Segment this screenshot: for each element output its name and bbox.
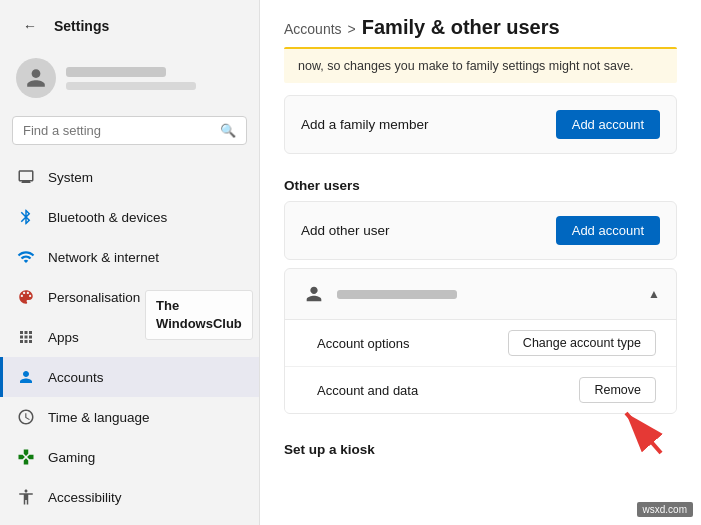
sidebar-item-label-accessibility: Accessibility: [48, 490, 122, 505]
search-box[interactable]: 🔍: [12, 116, 247, 145]
other-users-section: Other users Add other user Add account ▲: [260, 174, 701, 434]
sidebar-item-label-time: Time & language: [48, 410, 150, 425]
network-icon: [16, 247, 36, 267]
user-avatar: [301, 281, 327, 307]
system-icon: [16, 167, 36, 187]
sidebar-item-network[interactable]: Network & internet: [0, 237, 259, 277]
watermark-overlay: TheWindowsClub: [145, 290, 253, 340]
page-header: Accounts > Family & other users: [260, 0, 701, 47]
back-button[interactable]: ←: [16, 12, 44, 40]
family-label: Add a family member: [301, 117, 429, 132]
sidebar-item-time[interactable]: Time & language: [0, 397, 259, 437]
kiosk-title: Set up a kiosk: [284, 442, 677, 457]
account-data-label: Account and data: [317, 383, 418, 398]
other-user-name-redacted: [337, 290, 457, 299]
user-row-header[interactable]: ▲: [285, 269, 676, 319]
sidebar-item-label-system: System: [48, 170, 93, 185]
accounts-icon: [16, 367, 36, 387]
user-row-left: [301, 281, 457, 307]
main-content: Accounts > Family & other users now, so …: [260, 0, 701, 525]
sidebar-item-bluetooth[interactable]: Bluetooth & devices: [0, 197, 259, 237]
warning-banner: now, so changes you make to family setti…: [284, 47, 677, 83]
search-icon: 🔍: [220, 123, 236, 138]
accessibility-icon: [16, 487, 36, 507]
add-family-account-button[interactable]: Add account: [556, 110, 660, 139]
account-options-label: Account options: [317, 336, 410, 351]
breadcrumb: Accounts: [284, 21, 342, 37]
add-other-user-label: Add other user: [301, 223, 390, 238]
user-options-panel: Account options Change account type Acco…: [285, 319, 676, 413]
kiosk-section: Set up a kiosk: [260, 434, 701, 473]
page-title: Family & other users: [362, 16, 560, 39]
avatar: [16, 58, 56, 98]
user-profile: [0, 48, 259, 108]
user-row-container: ▲ Account options Change account type Ac…: [284, 268, 677, 414]
account-options-row: Account options Change account type: [285, 320, 676, 367]
personalisation-icon: [16, 287, 36, 307]
breadcrumb-separator: >: [348, 21, 356, 37]
sidebar-item-label-bluetooth: Bluetooth & devices: [48, 210, 167, 225]
time-icon: [16, 407, 36, 427]
sidebar-item-gaming[interactable]: Gaming: [0, 437, 259, 477]
sidebar: ← Settings 🔍 System: [0, 0, 260, 525]
sidebar-item-label-accounts: Accounts: [48, 370, 104, 385]
sidebar-item-label-apps: Apps: [48, 330, 79, 345]
add-other-user-row: Add other user Add account: [284, 201, 677, 260]
sidebar-item-accounts[interactable]: Accounts: [0, 357, 259, 397]
sidebar-item-accessibility[interactable]: Accessibility: [0, 477, 259, 517]
sidebar-item-label-network: Network & internet: [48, 250, 159, 265]
chevron-up-icon: ▲: [648, 287, 660, 301]
sidebar-item-system[interactable]: System: [0, 157, 259, 197]
sidebar-item-label-gaming: Gaming: [48, 450, 95, 465]
add-other-account-button[interactable]: Add account: [556, 216, 660, 245]
user-info: [66, 67, 243, 90]
family-section: Add a family member Add account: [260, 95, 701, 174]
sidebar-item-privacy[interactable]: Privacy & security: [0, 517, 259, 525]
gaming-icon: [16, 447, 36, 467]
user-email-redacted: [66, 82, 196, 90]
sidebar-item-label-personalisation: Personalisation: [48, 290, 140, 305]
user-name-redacted: [66, 67, 166, 77]
sidebar-header: ← Settings: [0, 0, 259, 48]
remove-button[interactable]: Remove: [579, 377, 656, 403]
other-users-title: Other users: [284, 178, 677, 193]
settings-title: Settings: [54, 18, 109, 34]
change-account-type-button[interactable]: Change account type: [508, 330, 656, 356]
bluetooth-icon: [16, 207, 36, 227]
account-data-row: Account and data Remove: [285, 367, 676, 413]
search-input[interactable]: [23, 123, 212, 138]
family-row: Add a family member Add account: [284, 95, 677, 154]
apps-icon: [16, 327, 36, 347]
